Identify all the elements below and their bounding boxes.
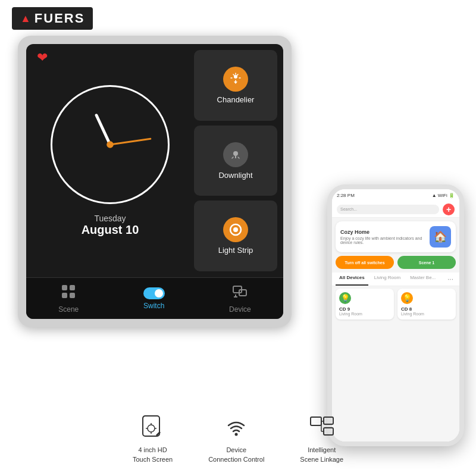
panel-inner: ❤ Tuesday August 10 [26,44,283,319]
nav-bar: Scene Switch Device [26,277,283,319]
phone-time: 2:28 PM [337,193,355,198]
turn-off-all-button[interactable]: Turn off all switches [336,256,394,269]
switch-label: Switch [143,302,164,310]
scene-icon [61,284,76,303]
nav-switch[interactable]: Switch [131,284,177,314]
cd9-room: Living Room [339,312,390,316]
bottom-features: 4 inch HDTouch Screen DeviceConnection C… [0,412,476,464]
svg-rect-9 [62,293,67,298]
device-card-cd8[interactable]: 💡 CD 8 Living Room [397,289,456,320]
date-section: Tuesday August 10 [82,214,139,237]
header: ▲ FUERS [12,7,93,30]
wifi-icon [221,412,251,442]
phone-banner-icon: 🏠 [430,226,451,248]
date-day: Tuesday [82,214,139,223]
phone-status-bar: 2:28 PM ▲ WiFi 🔋 [332,189,459,201]
light-strip-icon [223,217,248,242]
heart-icon: ❤ [37,50,48,65]
svg-point-21 [235,433,238,436]
touch-screen-icon [138,412,168,442]
nav-device[interactable]: Device [217,280,263,317]
light-strip-button[interactable]: Light Strip [194,201,277,271]
clock-section: ❤ Tuesday August 10 [32,50,188,271]
panel-content: ❤ Tuesday August 10 [26,44,283,277]
tab-master-bed[interactable]: Master Be... [406,273,439,286]
svg-rect-10 [70,293,75,298]
svg-rect-23 [324,417,333,424]
phone-fab-button[interactable]: + [443,203,455,215]
nav-scene[interactable]: Scene [46,280,90,317]
phone-tabs: All Devices Living Room Master Be... ··· [332,273,459,286]
svg-rect-24 [324,428,333,435]
svg-line-1 [110,139,151,145]
phone-actions: Turn off all switches Scene 1 [332,256,459,273]
downlight-icon [223,142,248,167]
logo-box: ▲ FUERS [12,7,93,30]
feature-touch-screen: 4 inch HDTouch Screen [133,412,173,464]
svg-point-16 [148,425,155,432]
cd8-room: Living Room [401,312,452,316]
chandelier-button[interactable]: Chandelier [194,50,277,121]
phone-banner-subtitle: Enjoy a cozy life with ambient indicator… [340,236,426,245]
phone-banner: Cozy Home Enjoy a cozy life with ambient… [336,221,456,252]
clock-face [51,85,170,204]
logo-shield-icon: ▲ [20,12,31,25]
phone-mockup: 2:28 PM ▲ WiFi 🔋 Search... + Cozy Home E… [327,184,464,446]
clock-svg [52,87,168,202]
device-card-cd9[interactable]: 💡 CD 9 Living Room [336,289,394,320]
phone-banner-text: Cozy Home Enjoy a cozy life with ambient… [340,229,426,245]
cd9-name: CD 9 [339,306,390,312]
phone-signal-icons: ▲ WiFi 🔋 [432,193,455,198]
phone-nav: Search... + [332,201,459,218]
cd9-status-icon: 💡 [339,292,351,304]
scene-linkage-icon [307,412,337,442]
date-full: August 10 [82,223,139,237]
device-connection-label: DeviceConnection Control [208,446,264,464]
cd8-status-icon: 💡 [401,292,413,304]
svg-rect-7 [62,285,67,290]
scene-linkage-label: IntelligentScene Linkage [300,446,343,464]
tab-all-devices[interactable]: All Devices [336,273,368,286]
downlight-label: Downlight [218,171,252,180]
chandelier-label: Chandelier [217,95,255,104]
touch-screen-label: 4 inch HDTouch Screen [133,446,173,464]
svg-point-4 [233,151,238,156]
more-tabs-icon[interactable]: ··· [445,273,456,286]
phone-screen: 2:28 PM ▲ WiFi 🔋 Search... + Cozy Home E… [332,189,459,441]
svg-rect-8 [70,285,75,290]
svg-point-6 [233,227,238,232]
tab-living-room[interactable]: Living Room [371,273,404,286]
phone-search-bar[interactable]: Search... [337,205,439,214]
light-strip-label: Light Strip [218,246,253,255]
feature-device-connection: DeviceConnection Control [208,412,264,464]
device-icon [232,284,248,303]
feature-scene-linkage: IntelligentScene Linkage [300,412,343,464]
scene-label: Scene [58,305,79,314]
svg-line-0 [96,115,110,144]
switch-toggle-icon [143,287,165,299]
device-panel: ❤ Tuesday August 10 [18,36,292,327]
chandelier-icon [223,67,248,92]
phone-devices: 💡 CD 9 Living Room 💡 CD 8 Living Room [332,286,459,322]
search-placeholder: Search... [340,207,357,211]
device-label: Device [229,305,251,314]
scene-1-button[interactable]: Scene 1 [397,256,456,269]
cd8-name: CD 8 [401,306,452,312]
downlight-button[interactable]: Downlight [194,126,277,196]
device-buttons: Chandelier Downlight [194,50,277,271]
svg-point-2 [107,141,114,148]
brand-name: FUERS [35,11,85,26]
svg-rect-22 [311,417,321,425]
phone-banner-title: Cozy Home [340,229,426,235]
